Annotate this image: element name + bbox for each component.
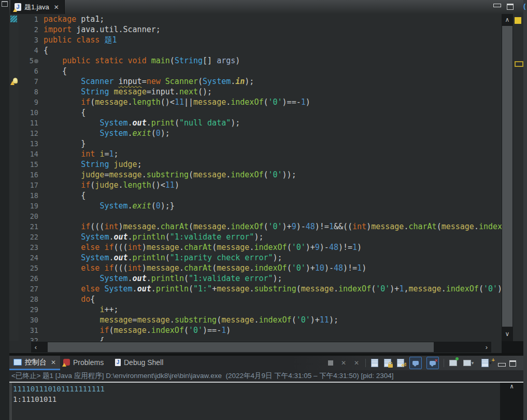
line-number[interactable]: 1 xyxy=(19,14,40,24)
code-text[interactable]: if(((int)message.charAt(message.indexOf(… xyxy=(40,221,502,232)
code-text[interactable]: int i=1; xyxy=(40,149,119,159)
code-text[interactable]: { xyxy=(40,107,86,118)
line-number[interactable]: 16 xyxy=(19,170,40,180)
maximize-editor-button[interactable] xyxy=(507,4,514,9)
code-line[interactable]: 4{ xyxy=(9,45,502,55)
console-scroll-up-icon[interactable]: ∧ xyxy=(510,383,514,390)
code-text[interactable]: message=message.substring(message.indexO… xyxy=(40,315,338,325)
code-text[interactable]: System.out.println("1:validate error"); xyxy=(40,273,282,284)
code-text[interactable]: if(message.indexOf('0')==-1) xyxy=(40,325,231,335)
code-editor[interactable]: 1package pta1;2import java.util.Scanner;… xyxy=(9,14,502,341)
code-line[interactable]: 16 judge=message.substring(message.index… xyxy=(9,170,502,180)
line-number[interactable]: 21 xyxy=(19,221,40,232)
code-line[interactable]: 32 { xyxy=(9,335,502,341)
code-text[interactable]: { xyxy=(40,335,104,341)
remove-launch-button[interactable]: ✕ xyxy=(339,359,348,367)
scroll-up-icon[interactable]: ∧ xyxy=(502,14,513,25)
code-text[interactable]: { xyxy=(40,45,48,55)
code-line[interactable]: 25 else if(((int)message.charAt(message.… xyxy=(9,263,502,273)
line-number[interactable]: 19 xyxy=(19,201,40,211)
code-line[interactable]: 23 else if(((int)message.charAt(message.… xyxy=(9,242,502,253)
line-number[interactable]: 2 xyxy=(19,24,40,35)
code-line[interactable]: 14 int i=1; xyxy=(9,149,502,159)
line-number[interactable]: 6 xyxy=(19,66,40,76)
code-line[interactable]: 19 System.exit(0);} xyxy=(9,201,502,211)
tab-problems[interactable]: Problems xyxy=(59,356,108,369)
line-number[interactable]: 13 xyxy=(19,138,40,149)
code-line[interactable]: 26 System.out.println("1:validate error"… xyxy=(9,273,502,284)
line-number[interactable]: 12 xyxy=(19,128,40,138)
code-text[interactable]: else if(((int)message.charAt(message.ind… xyxy=(40,242,362,253)
code-line[interactable]: 6 { xyxy=(9,66,502,76)
code-line[interactable]: 10 { xyxy=(9,107,502,118)
remove-all-terminated-button[interactable]: ✕ xyxy=(352,359,361,367)
code-text[interactable]: String message=input.next(); xyxy=(40,87,212,97)
minimized-view-sliver-icon[interactable]: ( xyxy=(523,2,525,10)
line-number[interactable]: 30 xyxy=(19,315,40,325)
terminate-button[interactable] xyxy=(326,359,335,367)
line-number[interactable]: 10 xyxy=(19,107,40,118)
code-text[interactable]: public class 题1 xyxy=(40,35,117,45)
code-line[interactable]: 21 if(((int)message.charAt(message.index… xyxy=(9,221,502,232)
line-number[interactable]: 5 xyxy=(19,55,40,66)
code-text[interactable]: { xyxy=(40,66,67,76)
line-number[interactable]: 25 xyxy=(19,263,40,273)
code-line[interactable]: 18 { xyxy=(9,190,502,201)
pin-console-button[interactable] xyxy=(449,359,457,367)
code-line[interactable]: 20 xyxy=(9,211,502,221)
code-text[interactable]: } xyxy=(40,138,86,149)
tab-debug-shell[interactable]: J Debug Shell xyxy=(111,356,167,369)
code-text[interactable]: package pta1; xyxy=(40,14,104,24)
code-line[interactable]: 31 if(message.indexOf('0')==-1) xyxy=(9,325,502,335)
line-number[interactable]: 15 xyxy=(19,159,40,170)
code-text[interactable]: System.out.println("1:parity check error… xyxy=(40,253,282,263)
editor-vertical-scrollbar[interactable]: ∧ ∨ xyxy=(502,14,513,341)
horizontal-scrollbar-track[interactable] xyxy=(40,342,482,353)
horizontal-scrollbar-thumb[interactable] xyxy=(48,342,434,352)
code-text[interactable]: i++; xyxy=(40,304,119,315)
line-number[interactable]: 32 xyxy=(19,335,40,341)
clear-console-button[interactable] xyxy=(371,359,379,367)
code-line[interactable]: 1package pta1; xyxy=(9,14,502,24)
line-number[interactable]: 14 xyxy=(19,149,40,159)
code-text[interactable]: if(judge.length()<11) xyxy=(40,180,179,190)
editor-horizontal-scrollbar[interactable]: ‹ › xyxy=(9,341,502,353)
line-number[interactable]: 31 xyxy=(19,325,40,335)
code-text[interactable]: else if(((int)message.charAt(message.ind… xyxy=(40,263,366,273)
code-line[interactable]: 17 if(judge.length()<11) xyxy=(9,180,502,190)
overview-warning-marker[interactable] xyxy=(515,17,521,24)
code-text[interactable]: import java.util.Scanner; xyxy=(40,24,161,35)
scroll-left-icon[interactable]: ‹ xyxy=(31,342,40,353)
code-text[interactable]: System.exit(0); xyxy=(40,128,170,138)
code-text[interactable]: do{ xyxy=(40,294,95,304)
code-line[interactable]: 22 System.out.println("1:validate error"… xyxy=(9,232,502,242)
console-output-area[interactable]: 1111011101011111111111:11101011 ∧ xyxy=(9,383,523,420)
editor-tab-java-file[interactable]: J 题1.java ✕ xyxy=(10,0,65,14)
console-vertical-scrollbar[interactable]: ∧ xyxy=(500,383,523,420)
code-line[interactable]: 11 System.out.print("null data"); xyxy=(9,118,502,128)
line-number[interactable]: 17 xyxy=(19,180,40,190)
code-line[interactable]: 29 i++; xyxy=(9,304,502,315)
code-text[interactable]: { xyxy=(40,190,86,201)
code-line[interactable]: 5 public static void main(String[] args) xyxy=(9,55,502,66)
code-line[interactable]: 30 message=message.substring(message.ind… xyxy=(9,315,502,325)
show-stderr-toggle[interactable] xyxy=(426,357,439,369)
code-text[interactable]: System.out.println("1:validate error"); xyxy=(40,232,263,242)
code-line[interactable]: 13 } xyxy=(9,138,502,149)
code-line[interactable]: 9 if(message.length()<11||message.indexO… xyxy=(9,97,502,107)
line-number[interactable]: 11 xyxy=(19,118,40,128)
vertical-scrollbar-thumb[interactable] xyxy=(502,26,512,327)
display-selected-console-button[interactable]: ▾ xyxy=(462,359,475,367)
code-line[interactable]: 8 String message=input.next(); xyxy=(9,87,502,97)
code-line[interactable]: 27 else System.out.println("1:"+message.… xyxy=(9,284,502,294)
code-text[interactable]: Scanner input=new Scanner(System.in); xyxy=(40,76,254,87)
code-text[interactable]: System.exit(0);} xyxy=(40,201,175,211)
code-text[interactable] xyxy=(40,211,44,221)
code-text[interactable]: System.out.print("null data"); xyxy=(40,118,240,128)
code-line[interactable]: 7 Scanner input=new Scanner(System.in); xyxy=(9,76,502,87)
scroll-down-icon[interactable]: ∨ xyxy=(502,328,513,340)
code-line[interactable]: 12 System.exit(0); xyxy=(9,128,502,138)
line-number[interactable]: 3 xyxy=(19,35,40,45)
code-text[interactable]: String judge; xyxy=(40,159,142,170)
tab-console[interactable]: 控制台 ✕ xyxy=(9,356,60,370)
